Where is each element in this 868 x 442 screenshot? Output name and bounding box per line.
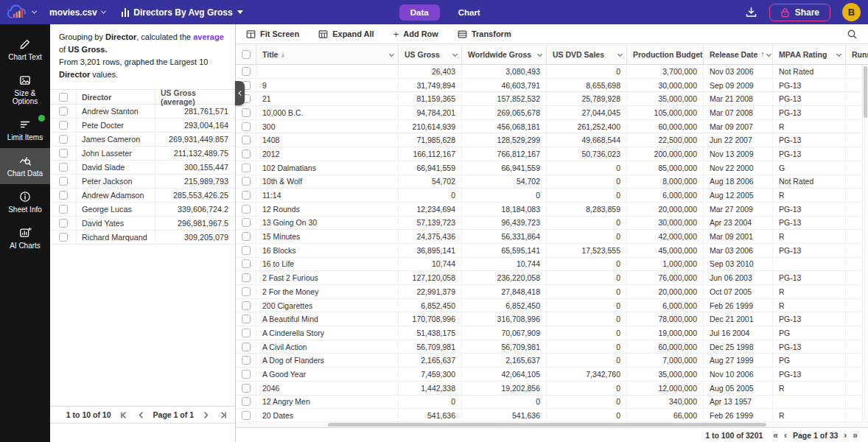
column-menu-chevron-icon[interactable] <box>537 52 542 57</box>
tab-data[interactable]: Data <box>399 4 440 21</box>
row-checkbox[interactable] <box>242 370 251 379</box>
column-menu-chevron-icon[interactable] <box>836 52 841 57</box>
file-selector[interactable]: movies.csv <box>49 7 105 18</box>
row-checkbox[interactable] <box>242 384 251 393</box>
row-checkbox[interactable] <box>242 273 251 282</box>
table-row[interactable]: 300210,614,939456,068,181261,252,40060,0… <box>236 120 868 134</box>
last-page-icon[interactable]: » <box>853 431 858 440</box>
column-header-worldwide-gross[interactable]: Worldwide Gross <box>462 44 547 64</box>
tab-chart[interactable]: Chart <box>447 4 491 21</box>
column-header-release-date[interactable]: Release Date↑ <box>704 44 773 64</box>
last-page-icon[interactable] <box>218 411 229 419</box>
table-row[interactable]: 10th & Wolf54,70254,70208,000,000Aug 18 … <box>236 175 868 189</box>
row-checkbox[interactable] <box>242 218 251 227</box>
row-checkbox[interactable] <box>59 219 68 228</box>
row-checkbox[interactable] <box>59 205 68 214</box>
column-menu-chevron-icon[interactable] <box>617 52 623 57</box>
vscroll-thumb[interactable] <box>864 66 867 118</box>
sidebar-item-chart-data[interactable]: Chart Data <box>0 148 50 184</box>
table-row[interactable]: 15 Minutes24,375,43656,331,864042,000,00… <box>236 230 868 244</box>
select-all-checkbox[interactable] <box>59 93 68 102</box>
row-checkbox[interactable] <box>242 259 251 268</box>
column-header-title[interactable]: Title↓ <box>256 44 399 64</box>
first-page-icon[interactable] <box>118 411 129 419</box>
table-row[interactable]: A Civil Action56,709,98156,709,981060,00… <box>236 340 868 354</box>
table-row[interactable]: 20 Dates541,636541,636066,000Feb 26 1999… <box>236 409 868 421</box>
table-row[interactable]: 16 to Life10,74410,74401,000,000Sep 03 2… <box>236 258 868 272</box>
table-row[interactable]: 26,4033,080,49303,700,000Nov 03 2006Not … <box>236 65 868 79</box>
row-checkbox[interactable] <box>242 150 251 158</box>
sidebar-item-ai-charts[interactable]: AI Charts <box>0 220 50 256</box>
sidebar-item-sheet-info[interactable]: Sheet Info <box>0 184 50 220</box>
row-checkbox[interactable] <box>242 108 251 117</box>
column-header-us-gross[interactable]: US Gross <box>399 44 462 64</box>
row-checkbox[interactable] <box>59 233 68 242</box>
app-logo[interactable] <box>6 4 36 21</box>
vertical-scrollbar[interactable] <box>862 65 868 421</box>
collapse-panel-handle[interactable] <box>235 81 245 105</box>
row-checkbox[interactable] <box>242 301 251 310</box>
fit-screen-button[interactable]: Fit Screen <box>246 29 299 39</box>
row-checkbox[interactable] <box>59 121 68 130</box>
table-row[interactable]: 12 Rounds12,234,69418,184,0838,283,85920… <box>236 203 868 217</box>
table-row[interactable]: 200 Cigarettes6,852,4506,852,45006,000,0… <box>236 299 868 313</box>
table-row[interactable]: 12 Angry Men000340,000Apr 13 1957 <box>236 396 868 410</box>
column-header-production-budget[interactable]: Production Budget <box>627 44 704 64</box>
column-header-director[interactable]: Director <box>77 90 155 104</box>
download-icon[interactable] <box>745 6 757 18</box>
table-row[interactable]: 2012166,112,167766,812,16750,736,023200,… <box>236 147 868 161</box>
row-checkbox[interactable] <box>59 191 68 200</box>
row-checkbox[interactable] <box>242 315 251 323</box>
hscroll-thumb[interactable] <box>328 423 766 427</box>
next-page-icon[interactable] <box>200 411 211 419</box>
sidebar-item-size-options[interactable]: Size & Options <box>0 68 50 112</box>
expand-all-button[interactable]: Expand All <box>318 29 374 39</box>
search-button[interactable] <box>847 29 858 40</box>
column-menu-chevron-icon[interactable] <box>452 52 458 57</box>
sidebar-item-limit-items[interactable]: Limit Items <box>0 112 50 148</box>
table-row[interactable]: 16 Blocks36,895,14165,595,14117,523,5554… <box>236 244 868 258</box>
column-menu-chevron-icon[interactable] <box>766 52 771 57</box>
column-menu-chevron-icon[interactable] <box>389 52 394 57</box>
row-checkbox[interactable] <box>242 164 251 172</box>
sidebar-item-chart-text[interactable]: Chart Text <box>0 32 50 68</box>
table-row[interactable]: 20461,442,33819,202,856012,000,000Aug 05… <box>236 382 868 396</box>
table-row[interactable]: 140871,985,628128,529,29949,668,54422,50… <box>236 133 868 147</box>
row-checkbox[interactable] <box>59 177 68 186</box>
row-checkbox[interactable] <box>242 191 251 200</box>
first-page-icon[interactable]: « <box>773 431 778 440</box>
column-header-mpaa-rating[interactable]: MPAA Rating <box>773 44 846 64</box>
row-checkbox[interactable] <box>59 107 68 116</box>
table-row[interactable]: A Good Year7,459,30042,064,1057,342,7603… <box>236 368 868 382</box>
table-row[interactable]: 11:140006,000,000Aug 12 2005R <box>236 189 868 203</box>
add-row-button[interactable]: + Add Row <box>393 29 438 40</box>
row-checkbox[interactable] <box>242 287 251 296</box>
row-checkbox[interactable] <box>59 163 68 172</box>
table-row[interactable]: A Beautiful Mind170,708,996316,708,99607… <box>236 312 868 326</box>
table-row[interactable]: 13 Going On 3057,139,72396,439,723030,00… <box>236 217 868 231</box>
horizontal-scrollbar[interactable] <box>236 421 868 427</box>
table-row[interactable]: A Cinderella Story51,438,17570,067,90901… <box>236 326 868 340</box>
row-checkbox[interactable] <box>242 177 251 186</box>
column-header-us-gross-average[interactable]: US Gross (average) <box>155 88 235 106</box>
row-checkbox[interactable] <box>242 411 251 420</box>
column-header-runn[interactable]: Runn <box>846 44 868 64</box>
row-checkbox[interactable] <box>242 246 251 255</box>
row-checkbox[interactable] <box>242 136 251 144</box>
aggregation-link[interactable]: average <box>193 32 224 41</box>
table-row[interactable]: 10,000 B.C.94,784,201269,065,67827,044,0… <box>236 106 868 120</box>
chart-selector[interactable]: Directors By Avg Gross <box>122 7 243 18</box>
table-row[interactable]: A Dog of Flanders2,165,6372,165,63707,00… <box>236 354 868 368</box>
row-checkbox[interactable] <box>59 135 68 144</box>
row-checkbox[interactable] <box>242 397 251 406</box>
row-checkbox[interactable] <box>242 232 251 241</box>
table-row[interactable]: 102 Dalmatians66,941,55966,941,559085,00… <box>236 161 868 175</box>
share-button[interactable]: Share <box>769 4 830 21</box>
row-checkbox[interactable] <box>242 329 251 337</box>
transform-button[interactable]: Transform <box>458 29 511 39</box>
row-checkbox[interactable] <box>242 356 251 365</box>
table-row[interactable]: 931,749,89446,603,7918,655,69830,000,000… <box>236 79 868 93</box>
prev-page-icon[interactable] <box>136 411 147 419</box>
table-row[interactable]: 2 For the Money22,991,37927,848,418020,0… <box>236 285 868 299</box>
row-checkbox[interactable] <box>59 149 68 158</box>
